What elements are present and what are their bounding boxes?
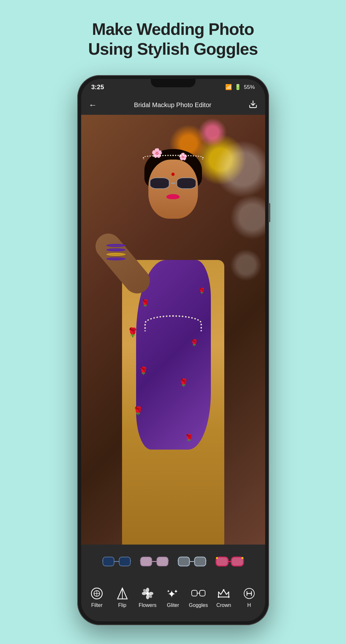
flip-icon — [115, 586, 129, 601]
glitter-icon: ✦ ✦ ✦ — [166, 586, 180, 601]
bangle-4 — [106, 257, 126, 260]
svg-point-45 — [228, 596, 230, 598]
more-icon — [242, 586, 256, 601]
crown-icon — [217, 586, 231, 601]
svg-text:✦: ✦ — [167, 589, 170, 593]
filter-label: Filter — [91, 602, 103, 608]
goggle-option-4[interactable] — [215, 553, 244, 571]
flowers-icon — [141, 586, 155, 601]
goggles-label: Goggles — [189, 602, 208, 608]
status-icons: 📶 🔋 55% — [225, 84, 255, 90]
necklace — [144, 315, 202, 331]
rose-2: 🌹 — [141, 299, 150, 308]
left-lens — [150, 177, 170, 189]
svg-rect-7 — [157, 557, 168, 566]
filter-icon — [90, 586, 104, 601]
svg-point-44 — [223, 589, 225, 591]
goggle-option-1[interactable] — [102, 553, 131, 571]
flowers-label: Flowers — [139, 602, 157, 608]
download-button[interactable] — [249, 100, 258, 111]
bridge — [171, 183, 175, 184]
bangle-1 — [106, 244, 126, 247]
bangles — [106, 244, 126, 260]
more-label: H — [247, 602, 251, 608]
nav-item-crown[interactable]: Crown — [212, 586, 235, 608]
right-lens — [177, 177, 196, 189]
goggles-icon — [191, 586, 205, 601]
app-bar-title: Bridal Mackup Photo Editor — [134, 101, 211, 109]
nav-item-glitter[interactable]: ✦ ✦ ✦ Gliter — [162, 586, 184, 608]
photo-area: 🌹 🌹 🌹 🌹 🌹 🌹 🌹 🌹 🌹 — [81, 115, 265, 545]
rose-7: 🌹 — [190, 339, 198, 347]
phone-mockup: 3:25 📶 🔋 55% ← Bridal Mackup Photo Edito… — [77, 75, 269, 625]
bindi — [172, 173, 175, 176]
crown-label: Crown — [216, 602, 231, 608]
bangle-2 — [106, 248, 126, 251]
photo-bg: 🌹 🌹 🌹 🌹 🌹 🌹 🌹 🌹 🌹 — [81, 115, 265, 545]
bokeh-3 — [198, 118, 227, 147]
nav-item-flip[interactable]: Flip — [111, 586, 134, 608]
notch — [151, 79, 196, 87]
rose-5: 🌹 — [133, 406, 143, 416]
headband — [143, 155, 204, 160]
nav-item-flowers[interactable]: Flowers — [136, 586, 159, 608]
svg-rect-6 — [141, 557, 152, 566]
svg-point-20 — [242, 557, 243, 559]
svg-rect-11 — [178, 557, 189, 566]
face — [148, 160, 198, 219]
svg-rect-1 — [103, 557, 114, 566]
signal-icon: 📶 — [225, 84, 232, 90]
rose-6: 🌹 — [179, 378, 188, 387]
svg-text:✦: ✦ — [174, 589, 178, 594]
title-line2: Using Stylish Goggles — [88, 39, 258, 59]
head-area: 🌸 🌸 — [146, 149, 200, 219]
svg-point-43 — [218, 596, 219, 598]
bokeh-6 — [230, 249, 262, 281]
status-time: 3:25 — [91, 83, 104, 91]
svg-rect-38 — [200, 590, 205, 596]
rose-3: 🌹 — [127, 327, 138, 338]
goggle-option-2[interactable] — [140, 553, 169, 571]
nav-item-goggles[interactable]: Goggles — [187, 586, 210, 608]
bottom-nav: Filter Flip — [81, 580, 265, 621]
volume-button — [268, 203, 270, 222]
svg-rect-12 — [195, 557, 206, 566]
rose-9: 🌹 — [185, 434, 193, 442]
title-line1: Make Wedding Photo — [88, 19, 258, 39]
nav-item-filter[interactable]: Filter — [86, 586, 108, 608]
battery-icon: 🔋 — [235, 84, 241, 90]
bangle-3 — [106, 253, 126, 256]
app-bar: ← Bridal Mackup Photo Editor — [81, 96, 265, 115]
battery-percent: 55% — [244, 84, 255, 90]
goggles-bar — [81, 545, 265, 580]
flip-label: Flip — [118, 602, 127, 608]
back-button[interactable]: ← — [89, 100, 97, 110]
sunglasses — [150, 177, 196, 189]
svg-point-19 — [216, 557, 218, 559]
glitter-label: Gliter — [167, 602, 179, 608]
lips — [166, 194, 180, 199]
nav-item-more[interactable]: H — [238, 586, 260, 608]
rose-8: 🌹 — [198, 287, 205, 295]
phone-screen: 3:25 📶 🔋 55% ← Bridal Mackup Photo Edito… — [81, 79, 265, 621]
bokeh-5 — [230, 195, 265, 240]
rose-4: 🌹 — [139, 366, 148, 375]
svg-rect-2 — [119, 557, 130, 566]
page-heading: Make Wedding Photo Using Stylish Goggles — [88, 19, 258, 59]
goggle-option-3[interactable] — [178, 553, 206, 571]
svg-rect-37 — [192, 590, 197, 596]
